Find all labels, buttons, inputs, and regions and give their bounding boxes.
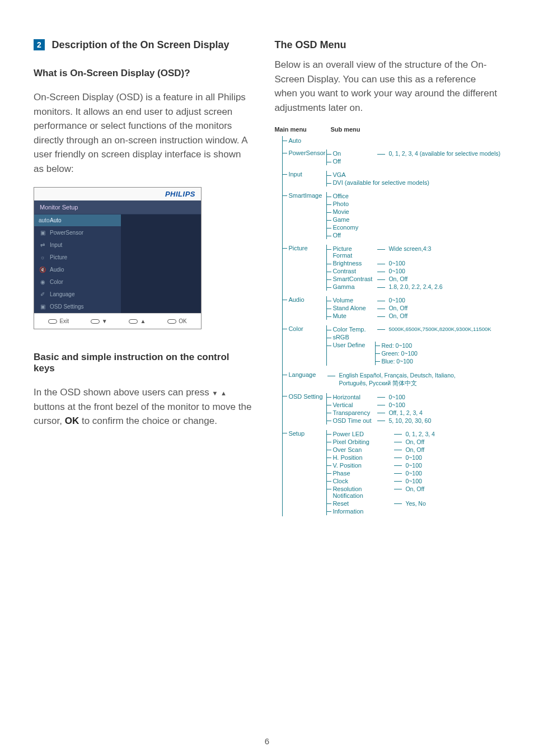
osd-ok-button[interactable]: OK <box>167 318 186 324</box>
osd-item-icon: auto <box>39 217 46 223</box>
osd-item-icon: ▣ <box>39 304 46 310</box>
tree-setup-over: Over Scan <box>327 446 388 453</box>
tree-osd-o: OSD Time out <box>327 417 372 424</box>
osd-item-input[interactable]: ⇄Input <box>34 239 121 251</box>
osd-item-osd-settings[interactable]: ▣OSD Settings <box>34 301 121 313</box>
tree-pic-contrast: Contrast <box>327 268 372 274</box>
tree-header-main: Main menu <box>274 126 319 133</box>
section-number: 2 <box>34 39 45 50</box>
tree-setup-clock: Clock <box>327 478 388 484</box>
tree-setup-info: Information <box>327 508 388 515</box>
tree-audio-sa: Stand Alone <box>327 305 372 311</box>
osd-down-button[interactable]: ▼ <box>91 318 107 324</box>
tree-color: Color <box>283 325 323 332</box>
tree-header-sub: Sub menu <box>330 126 360 133</box>
heading-osd-menu: The OSD Menu <box>274 39 500 51</box>
tree-auto: Auto <box>283 137 323 144</box>
ok-label: OK <box>65 416 79 426</box>
osd-item-icon: ✐ <box>39 291 46 297</box>
tree-setup-phase: Phase <box>327 470 388 477</box>
tree-audio-vol-v: 0~100 <box>372 297 405 304</box>
tree-audio-mute-v: On, Off <box>372 312 407 319</box>
tree-si-office: Office <box>327 193 372 199</box>
osd-mock: PHILIPS Monitor Setup autoAuto▣PowerSens… <box>34 187 202 329</box>
section-title: Description of the On Screen Display <box>51 39 229 50</box>
tree-si-off: Off <box>327 232 372 239</box>
tree-userdef-item: Blue: 0~100 <box>376 357 418 365</box>
tree-setup-phase-v: 0~100 <box>388 470 422 477</box>
osd-item-powersensor[interactable]: ▣PowerSensor <box>34 227 121 239</box>
osd-footer: Exit ▼ ▲ OK <box>34 313 201 329</box>
tree-si-game: Game <box>327 216 372 223</box>
tree-pic-gamma-v: 1.8, 2.0, 2.2, 2.4, 2.6 <box>372 283 442 290</box>
tree-setup-vp: V. Position <box>327 462 388 469</box>
tree-picture: Picture <box>283 245 323 251</box>
tree-si-economy: Economy <box>327 224 372 231</box>
tree-color-temp: Color Temp. <box>327 326 372 333</box>
tree-osd-t-v: Off, 1, 2, 3, 4 <box>372 409 423 416</box>
tree-setup: Setup <box>283 430 323 437</box>
tree-pic-bright: Brightness <box>327 260 372 267</box>
tree-lang-line1: English Español, Français, Deutsch, Ital… <box>323 371 455 380</box>
tree-input-dvi: DVI (available for selective models) <box>327 179 429 186</box>
tree-si-movie: Movie <box>327 208 372 215</box>
tree-osd-o-v: 5, 10, 20, 30, 60 <box>372 417 431 424</box>
tree-pic-format: Picture Format <box>327 245 372 259</box>
tree-ps-on-val: 0, 1, 2, 3, 4 (available for selective m… <box>372 150 500 157</box>
tree-pic-sc-v: On, Off <box>372 276 407 282</box>
osd-item-icon: ▣ <box>39 230 46 236</box>
tree-input: Input <box>283 171 323 178</box>
osd-item-label: Picture <box>50 254 67 260</box>
osd-tree: Main menu Sub menu Auto PowerSensor On0,… <box>274 126 500 516</box>
osd-item-label: Language <box>50 291 75 297</box>
tree-language: Language <box>283 371 323 378</box>
osd-exit-button[interactable]: Exit <box>48 318 69 324</box>
osd-menu-intro: Below is an overall view of the structur… <box>274 58 500 115</box>
osd-item-picture[interactable]: ☼Picture <box>34 251 121 264</box>
tree-audio-sa-v: On, Off <box>372 305 407 311</box>
osd-item-audio[interactable]: 🔇Audio <box>34 264 121 276</box>
tree-pic-format-v: Wide screen,4:3 <box>372 245 431 252</box>
tree-setup-power-v: 0, 1, 2, 3, 4 <box>388 431 435 437</box>
tree-pic-bright-v: 0~100 <box>372 260 405 267</box>
tree-input-vga: VGA <box>327 171 372 178</box>
osd-item-label: Audio <box>50 267 64 273</box>
osd-item-label: Auto <box>50 217 62 223</box>
tree-osd-h-v: 0~100 <box>372 394 405 400</box>
tree-pic-gamma: Gamma <box>327 283 372 290</box>
tree-userdef-item: Green: 0~100 <box>376 349 418 357</box>
control-keys-paragraph: In the OSD shown above users can press ▼… <box>34 385 252 428</box>
osd-header: Monitor Setup <box>34 200 201 214</box>
tree-setup-reset: Reset <box>327 500 388 507</box>
osd-item-icon: ☼ <box>39 254 46 260</box>
tree-osd-t: Transparency <box>327 409 372 416</box>
tree-color-user: User Define <box>327 342 372 348</box>
osd-item-icon: ◉ <box>39 279 46 285</box>
osd-item-label: Input <box>50 242 62 248</box>
tree-audio: Audio <box>283 296 323 303</box>
tree-setup-hp: H. Position <box>327 454 388 461</box>
section-header: 2 Description of the On Screen Display <box>34 39 252 51</box>
tree-setup-pixel: Pixel Orbiting <box>327 438 388 445</box>
tree-setup-res: Resolution Notification <box>327 486 388 499</box>
tree-setup-clock-v: 0~100 <box>388 478 422 484</box>
osd-up-button[interactable]: ▲ <box>129 318 146 324</box>
osd-item-color[interactable]: ◉Color <box>34 276 121 288</box>
heading-what-is-osd: What is On-Screen Display (OSD)? <box>34 68 252 79</box>
tree-setup-reset-v: Yes, No <box>388 500 425 507</box>
osd-item-label: PowerSensor <box>50 230 83 236</box>
tree-setup-over-v: On, Off <box>388 446 424 453</box>
tree-si-photo: Photo <box>327 200 372 207</box>
osd-item-language[interactable]: ✐Language <box>34 288 121 301</box>
osd-item-auto[interactable]: autoAuto <box>34 214 121 227</box>
tree-osdsetting: OSD Setting <box>283 393 323 400</box>
tree-osd-h: Horizontal <box>327 394 372 400</box>
tree-pic-sc: SmartContrast <box>327 276 372 282</box>
tree-setup-vp-v: 0~100 <box>388 462 422 469</box>
osd-item-icon: ⇄ <box>39 242 46 248</box>
tree-audio-mute: Mute <box>327 312 372 319</box>
tree-pic-contrast-v: 0~100 <box>372 268 405 274</box>
tree-setup-pixel-v: On, Off <box>388 438 424 445</box>
tree-osd-v-v: 0~100 <box>372 402 405 408</box>
heading-basic-instruction: Basic and simple instruction on the cont… <box>34 352 252 374</box>
